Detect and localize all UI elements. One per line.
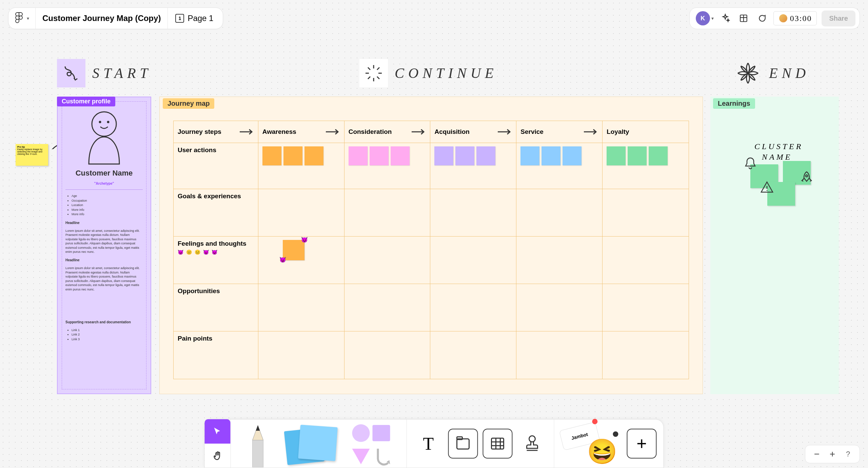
page-icon: 1 (175, 14, 184, 23)
svg-rect-21 (457, 437, 462, 440)
svg-point-11 (99, 121, 101, 123)
bottom-toolbar: T Jambot 😆 + (204, 419, 664, 468)
shape-tool[interactable] (349, 422, 400, 466)
section-start-heading: START (57, 59, 152, 87)
learnings-board[interactable]: CLUSTER NAME (710, 97, 839, 394)
rocket-icon (800, 170, 813, 185)
customer-profile-board[interactable]: Customer Name "Archetype" AgeOccupationL… (57, 97, 151, 394)
svg-line-7 (368, 77, 370, 79)
file-title[interactable]: Customer Journey Map (Copy) (35, 7, 168, 29)
learnings-tag[interactable]: Learnings (713, 98, 755, 109)
chevron-down-icon: ▾ (27, 16, 29, 21)
devil-emoji-icon: 😈 (301, 237, 308, 243)
move-tool-button[interactable] (205, 419, 231, 444)
profile-headline-2: Headline (65, 258, 143, 262)
col-acquisition: Acquisition (430, 121, 516, 143)
table-tool-button[interactable] (483, 429, 513, 459)
text-tool-button[interactable]: T (414, 429, 443, 459)
svg-marker-19 (352, 449, 370, 464)
grid-view-icon[interactable] (737, 12, 750, 25)
widgets-group[interactable]: Jambot 😆 (561, 423, 622, 464)
arrow-right-icon (411, 128, 426, 135)
svg-rect-16 (253, 440, 263, 467)
emoji-row: 😈 😐 😐 😈 😈 (178, 249, 218, 255)
cluster-name-label: CLUSTER NAME (754, 141, 803, 162)
row-feelings-thoughts: Feelings and thoughts 😈 😐 😐 😈 😈 😈 😈 (174, 237, 689, 284)
devil-emoji-icon: 😈 (279, 257, 286, 263)
protip-body: Easily replace image by selecting the im… (17, 148, 46, 156)
flower-end-icon (734, 59, 762, 87)
col-loyalty: Loyalty (603, 121, 689, 143)
page-selector[interactable]: 1 Page 1 (168, 7, 221, 29)
customer-profile-tag[interactable]: Customer profile (57, 97, 115, 106)
col-consideration: Consideration (344, 121, 431, 143)
chevron-down-icon: ▾ (711, 16, 714, 21)
laughing-emoji-sticker[interactable]: 😆 (587, 437, 617, 466)
select-tools-column (205, 419, 231, 468)
sticky-note-tool[interactable] (283, 423, 344, 464)
journey-map-tag[interactable]: Journey map (163, 98, 214, 109)
ai-sparkle-icon[interactable] (718, 12, 732, 25)
page-label: Page 1 (188, 14, 213, 23)
profile-paragraph-1: Lorem ipsum dolor sit amet, consectetur … (65, 229, 143, 255)
profile-paragraph-2: Lorem ipsum dolor sit amet, consectetur … (65, 266, 143, 292)
sticky-group-service[interactable] (520, 146, 598, 165)
journey-map-table: Journey steps Awareness Consideration Ac… (173, 121, 689, 379)
row-user-actions: User actions (174, 143, 689, 189)
help-button[interactable]: ? (842, 448, 854, 460)
figma-menu-button[interactable]: ▾ (11, 8, 35, 29)
share-button[interactable]: Share (822, 11, 855, 26)
pencil-tool[interactable] (238, 423, 278, 464)
arrow-right-icon (325, 128, 340, 135)
notification-dot-icon (592, 418, 598, 425)
feelings-sticky[interactable]: 😈 😈 (283, 240, 304, 260)
warning-icon (760, 181, 774, 194)
figma-logo-icon (15, 12, 23, 24)
timer-value: 03:00 (790, 14, 812, 23)
row-pain-points: Pain points (174, 331, 689, 379)
sticky-group-acquisition[interactable] (434, 146, 512, 165)
journey-map-board[interactable]: Journey steps Awareness Consideration Ac… (159, 97, 703, 394)
customer-archetype: "Archetype" (65, 182, 143, 185)
svg-point-23 (529, 436, 535, 442)
svg-line-9 (368, 67, 370, 70)
journey-header-row: Journey steps Awareness Consideration Ac… (174, 121, 689, 143)
col-awareness: Awareness (258, 121, 344, 143)
sticky-group-awareness[interactable] (262, 146, 340, 165)
svg-marker-15 (256, 425, 260, 431)
customer-profile-content: Customer Name "Archetype" AgeOccupationL… (62, 101, 146, 389)
svg-point-0 (19, 16, 22, 19)
svg-point-17 (352, 424, 370, 442)
squiggle-start-icon (57, 59, 85, 87)
protip-sticky[interactable]: Pro tip Easily replace image by selectin… (16, 144, 48, 166)
add-more-button[interactable]: + (627, 429, 657, 459)
top-left-toolbar: ▾ Customer Journey Map (Copy) 1 Page 1 (8, 7, 223, 29)
profile-headline-1: Headline (65, 221, 143, 225)
sticky-group-loyalty[interactable] (607, 146, 685, 165)
avatar-drawing (65, 107, 143, 165)
svg-point-13 (806, 175, 808, 177)
user-avatar: K (696, 11, 710, 25)
timer-widget[interactable]: 03:00 (773, 11, 817, 25)
comment-icon[interactable] (755, 12, 769, 25)
user-menu[interactable]: K ▾ (696, 11, 714, 25)
svg-rect-18 (373, 425, 390, 441)
customer-name: Customer Name (65, 169, 143, 178)
timer-avatar-icon (778, 14, 788, 23)
svg-point-12 (107, 121, 109, 123)
hand-tool-button[interactable] (205, 444, 231, 468)
zoom-in-button[interactable]: + (826, 449, 839, 460)
stamp-tool-button[interactable] (517, 429, 547, 459)
burst-continue-icon (359, 59, 388, 87)
supporting-research-heading: Supporting research and documentation (65, 320, 143, 324)
zoom-controls: − + ? (805, 445, 860, 463)
arrow-right-icon (583, 128, 598, 135)
top-right-toolbar: K ▾ 03:00 Share (689, 7, 860, 29)
svg-rect-22 (492, 438, 504, 449)
col-journey-steps: Journey steps (174, 121, 258, 143)
sticky-group-consideration[interactable] (349, 146, 426, 165)
section-tool-button[interactable] (448, 429, 478, 459)
svg-line-3 (377, 67, 379, 70)
zoom-out-button[interactable]: − (811, 449, 823, 460)
svg-line-5 (377, 77, 379, 79)
